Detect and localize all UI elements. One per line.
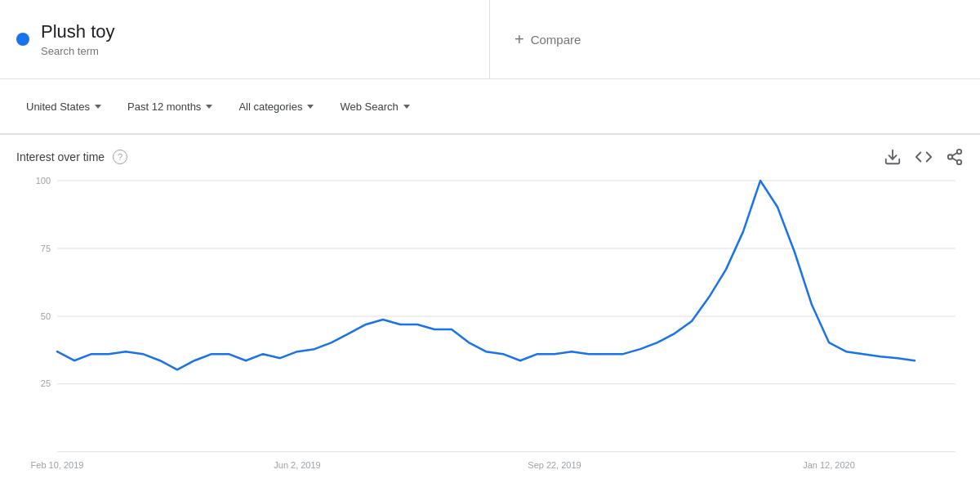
svg-text:Sep 22, 2019: Sep 22, 2019 [528,460,581,470]
trend-chart: 100 75 50 25 Feb 10, 2019 Jun 2, 2019 Se… [16,172,964,485]
category-filter[interactable]: All categories [225,94,327,119]
chart-section: Interest over time ? [0,135,980,501]
region-filter[interactable]: United States [13,94,114,119]
term-info: Plush toy Search term [41,21,115,56]
embed-button[interactable] [915,148,933,166]
share-icon [946,148,964,166]
search-type-filter[interactable]: Web Search [327,94,422,119]
time-filter[interactable]: Past 12 months [114,94,225,119]
term-name: Plush toy [41,21,115,42]
header: Plush toy Search term + Compare [0,0,980,79]
search-type-chevron-icon [403,105,410,109]
svg-text:50: 50 [41,311,51,321]
download-button[interactable] [884,148,902,166]
chart-actions [884,148,964,166]
time-chevron-icon [206,105,212,109]
svg-text:Jun 2, 2019: Jun 2, 2019 [274,460,320,470]
compare-label: Compare [531,33,581,47]
svg-text:25: 25 [41,378,51,388]
region-chevron-icon [95,105,101,109]
embed-icon [915,148,933,166]
chart-container: 100 75 50 25 Feb 10, 2019 Jun 2, 2019 Se… [16,172,964,485]
chart-title: Interest over time [16,150,105,163]
region-label: United States [26,101,90,113]
svg-text:100: 100 [36,176,51,186]
filters-bar: United States Past 12 months All categor… [0,79,980,135]
compare-panel: + Compare [490,0,980,78]
compare-button[interactable]: + Compare [514,30,581,49]
time-label: Past 12 months [127,101,201,113]
svg-text:Feb 10, 2019: Feb 10, 2019 [31,460,84,470]
svg-text:Jan 12, 2020: Jan 12, 2020 [803,460,855,470]
chart-header: Interest over time ? [16,148,964,166]
download-icon [884,148,902,166]
search-type-label: Web Search [340,101,398,113]
category-chevron-icon [307,105,314,109]
term-color-dot [16,33,29,46]
plus-icon: + [514,30,524,49]
search-term-panel: Plush toy Search term [0,0,490,78]
term-type: Search term [41,45,115,57]
help-icon[interactable]: ? [113,150,127,164]
share-button[interactable] [946,148,964,166]
trend-line [57,181,915,369]
chart-title-group: Interest over time ? [16,150,127,164]
svg-line-5 [952,153,957,156]
svg-line-4 [952,158,957,161]
svg-text:75: 75 [41,243,51,253]
category-label: All categories [238,101,302,113]
